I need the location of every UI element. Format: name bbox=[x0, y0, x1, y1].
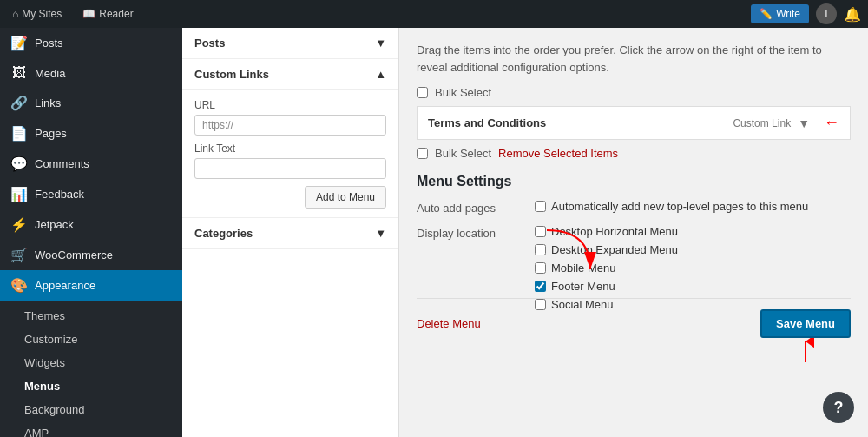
footer-menu-label[interactable]: Footer Menu bbox=[535, 280, 678, 293]
sidebar-item-comments[interactable]: 💬 Comments bbox=[0, 149, 182, 179]
posts-icon: 📝 bbox=[10, 35, 28, 51]
link-text-input[interactable] bbox=[194, 158, 386, 179]
categories-toggle-icon: ▼ bbox=[375, 227, 386, 240]
sidebar-item-widgets[interactable]: Widgets bbox=[0, 351, 182, 374]
bulk-select-top-label: Bulk Select bbox=[435, 86, 491, 99]
bulk-select-bottom-label: Bulk Select bbox=[435, 147, 491, 160]
desktop-expanded-checkbox[interactable] bbox=[535, 244, 546, 255]
custom-links-section-header[interactable]: Custom Links ▲ bbox=[182, 59, 398, 90]
sidebar-item-background[interactable]: Background bbox=[0, 398, 182, 421]
delete-menu-link[interactable]: Delete Menu bbox=[417, 317, 481, 330]
sidebar-item-links[interactable]: 🔗 Links bbox=[0, 88, 182, 118]
display-location-label: Display location bbox=[417, 225, 521, 240]
media-icon: 🖼 bbox=[10, 65, 28, 81]
social-menu-checkbox[interactable] bbox=[535, 299, 546, 310]
avatar[interactable]: T bbox=[816, 3, 837, 24]
add-to-menu-button[interactable]: Add to Menu bbox=[305, 186, 386, 209]
appearance-icon: 🎨 bbox=[10, 277, 28, 294]
display-location-options: Desktop Horizontal Menu Desktop Expanded… bbox=[535, 225, 678, 311]
sidebar-item-feedback[interactable]: 📊 Feedback bbox=[0, 179, 182, 209]
help-icon: ? bbox=[834, 399, 844, 417]
mobile-menu-checkbox[interactable] bbox=[535, 262, 546, 274]
sidebar-item-appearance[interactable]: 🎨 Appearance bbox=[0, 270, 182, 301]
sidebar-item-media[interactable]: 🖼 Media bbox=[0, 58, 182, 88]
auto-add-pages-checkbox-label[interactable]: Automatically add new top-level pages to… bbox=[535, 200, 808, 213]
posts-toggle-icon: ▼ bbox=[375, 36, 386, 50]
home-icon: ⌂ bbox=[12, 8, 18, 20]
sidebar-item-pages[interactable]: 📄 Pages bbox=[0, 118, 182, 149]
sidebar-item-woocommerce[interactable]: 🛒 WooCommerce bbox=[0, 240, 182, 270]
mobile-menu-label[interactable]: Mobile Menu bbox=[535, 262, 678, 275]
feedback-icon: 📊 bbox=[10, 186, 28, 202]
bulk-select-bottom-row: Bulk Select Remove Selected Items bbox=[417, 147, 851, 160]
appearance-submenu: Themes Customize Widgets Menus Backgroun… bbox=[0, 301, 182, 437]
reader-icon: 📖 bbox=[82, 8, 95, 20]
top-bar-right: ✏️ Write T 🔔 bbox=[751, 3, 861, 24]
help-button[interactable]: ? bbox=[823, 392, 854, 423]
jetpack-icon: ⚡ bbox=[10, 216, 28, 233]
auto-add-pages-checkbox[interactable] bbox=[535, 201, 546, 212]
sidebar-item-posts[interactable]: 📝 Posts bbox=[0, 28, 182, 58]
sidebar-item-themes[interactable]: Themes bbox=[0, 304, 182, 328]
menu-settings-title: Menu Settings bbox=[417, 174, 851, 189]
menu-item-terms-type: Custom Link bbox=[733, 117, 791, 129]
menu-item-terms-label: Terms and Conditions bbox=[428, 116, 726, 129]
posts-section-header[interactable]: Posts ▼ bbox=[182, 28, 398, 59]
save-menu-button[interactable]: Save Menu bbox=[760, 309, 851, 338]
url-label: URL bbox=[194, 99, 386, 111]
write-icon: ✏️ bbox=[760, 8, 773, 20]
url-input[interactable] bbox=[194, 115, 386, 136]
desktop-horizontal-label[interactable]: Desktop Horizontal Menu bbox=[535, 225, 678, 238]
bulk-select-bottom-checkbox[interactable] bbox=[417, 148, 428, 159]
footer-menu-checkbox[interactable] bbox=[535, 281, 546, 292]
remove-selected-link[interactable]: Remove Selected Items bbox=[498, 147, 618, 160]
my-sites-link[interactable]: ⌂ My Sites bbox=[7, 8, 67, 20]
categories-section-header[interactable]: Categories ▼ bbox=[182, 218, 398, 249]
save-button-annotation bbox=[417, 338, 814, 367]
sidebar-item-menus[interactable]: Menus bbox=[0, 374, 182, 398]
custom-links-body: URL Link Text Add to Menu bbox=[182, 90, 398, 218]
notifications-icon[interactable]: 🔔 bbox=[844, 6, 861, 23]
links-icon: 🔗 bbox=[10, 95, 28, 111]
bulk-select-top-checkbox[interactable] bbox=[417, 87, 428, 98]
desktop-expanded-label[interactable]: Desktop Expanded Menu bbox=[535, 243, 678, 256]
woocommerce-icon: 🛒 bbox=[10, 247, 28, 263]
auto-add-pages-options: Automatically add new top-level pages to… bbox=[535, 200, 808, 213]
up-arrow-annotation bbox=[797, 338, 814, 364]
pages-icon: 📄 bbox=[10, 125, 28, 142]
link-text-label: Link Text bbox=[194, 142, 386, 155]
menu-item-terms-arrow[interactable]: ▼ bbox=[798, 116, 810, 130]
custom-links-toggle-icon: ▲ bbox=[375, 68, 386, 81]
sidebar-item-customize[interactable]: Customize bbox=[0, 328, 182, 351]
middle-panel: Posts ▼ Custom Links ▲ URL Link Text Add… bbox=[182, 28, 399, 437]
sidebar: 📝 Posts 🖼 Media 🔗 Links 📄 Pages 💬 Commen… bbox=[0, 28, 182, 437]
reader-link[interactable]: 📖 Reader bbox=[77, 8, 138, 20]
main-content: Drag the items into the order you prefer… bbox=[399, 28, 868, 437]
top-bar-left: ⌂ My Sites 📖 Reader bbox=[7, 8, 139, 20]
bulk-select-top-row: Bulk Select bbox=[417, 86, 851, 99]
annotation-arrow-right: ← bbox=[824, 114, 839, 132]
social-menu-label[interactable]: Social Menu bbox=[535, 298, 678, 311]
comments-icon: 💬 bbox=[10, 156, 28, 172]
desktop-horizontal-checkbox[interactable] bbox=[535, 226, 546, 237]
main-area: 📝 Posts 🖼 Media 🔗 Links 📄 Pages 💬 Commen… bbox=[0, 28, 868, 437]
top-bar: ⌂ My Sites 📖 Reader ✏️ Write T 🔔 bbox=[0, 0, 868, 28]
write-button[interactable]: ✏️ Write bbox=[751, 4, 809, 23]
auto-add-pages-row: Auto add pages Automatically add new top… bbox=[417, 200, 851, 215]
sidebar-item-amp[interactable]: AMP bbox=[0, 421, 182, 437]
drag-instructions: Drag the items into the order you prefer… bbox=[417, 42, 851, 76]
menu-settings: Menu Settings Auto add pages Automatical… bbox=[417, 174, 851, 311]
menu-item-terms: Terms and Conditions Custom Link ▼ ← bbox=[417, 106, 851, 140]
auto-add-pages-label: Auto add pages bbox=[417, 200, 521, 215]
sidebar-item-jetpack[interactable]: ⚡ Jetpack bbox=[0, 209, 182, 240]
